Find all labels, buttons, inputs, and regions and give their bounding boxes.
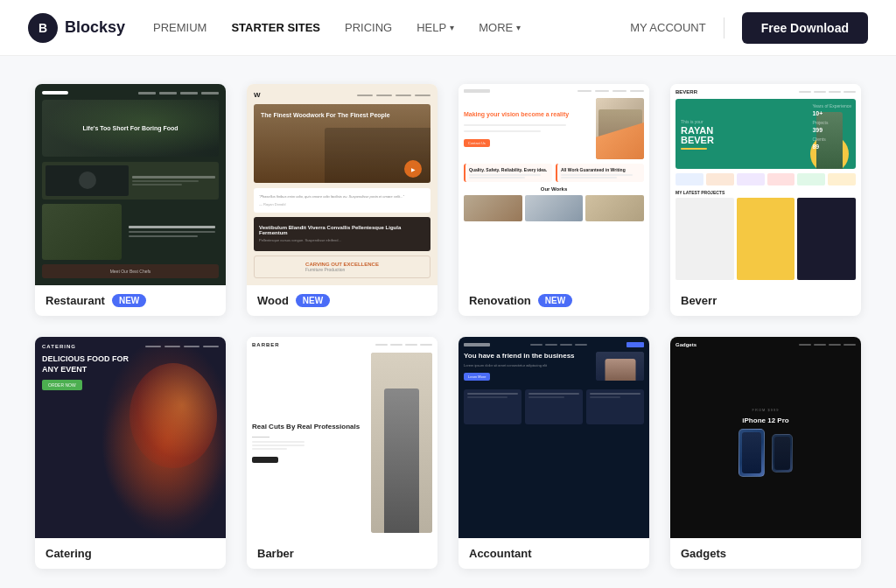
preview-beverr: BEVERR This is your RAYAN BEVER xyxy=(670,84,861,285)
nav-links: PREMIUM STARTER SITES PRICING HELP ▾ MOR… xyxy=(153,21,630,34)
site-card-thumb-accountant: You have a friend in the business Lorem … xyxy=(458,337,649,538)
site-card-wood[interactable]: W The Finest Woodwork For The Finest Peo… xyxy=(247,84,438,316)
badge-new-restaurant: NEW xyxy=(112,294,146,307)
nav-link-pricing[interactable]: PRICING xyxy=(345,21,392,34)
site-card-label-beverr: Beverr xyxy=(670,285,861,316)
site-card-gadgets[interactable]: Gadgets From $999 iPhone 12 Pro xyxy=(670,337,861,569)
preview-catering: CATERING DELICIOUS FOOD FOR ANY EVENT OR… xyxy=(35,337,226,538)
gadgets-title: iPhone 12 Pro xyxy=(742,416,788,424)
site-card-label-barber: Barber xyxy=(247,538,438,569)
site-card-restaurant[interactable]: Life's Too Short For Boring Food xyxy=(35,84,226,316)
catering-logo: CATERING xyxy=(42,344,76,349)
nav-link-help[interactable]: HELP ▾ xyxy=(416,21,454,34)
preview-wood: W The Finest Woodwork For The Finest Peo… xyxy=(247,84,438,285)
nav-link-starter-sites[interactable]: STARTER SITES xyxy=(231,21,320,34)
beverr-logo: BEVERR xyxy=(676,89,697,94)
site-card-accountant[interactable]: You have a friend in the business Lorem … xyxy=(458,337,649,569)
preview-restaurant: Life's Too Short For Boring Food xyxy=(35,84,226,285)
preview-renovation: Making your vision become a reality Cont… xyxy=(458,84,649,285)
wood-hero-title: The Finest Woodwork For The Finest Peopl… xyxy=(261,111,390,120)
wood-logo: W xyxy=(254,91,261,99)
wood-footer-sub: Furniture Production xyxy=(305,267,379,272)
logo-icon: B xyxy=(28,13,58,43)
nav-link-more[interactable]: MORE ▾ xyxy=(479,21,521,34)
site-card-catering[interactable]: CATERING DELICIOUS FOOD FOR ANY EVENT OR… xyxy=(35,337,226,569)
free-download-button[interactable]: Free Download xyxy=(742,12,868,44)
beverr-stat2: 399 xyxy=(812,127,851,133)
wood-quote: "Phasellus finibus enim odio, quis ornar… xyxy=(254,188,430,213)
barber-title: Real Cuts By Real Professionals xyxy=(252,423,366,431)
renovation-works-title: Our Works xyxy=(464,186,644,192)
catering-title: DELICIOUS FOOD FOR ANY EVENT xyxy=(42,354,130,374)
preview-accountant: You have a friend in the business Lorem … xyxy=(458,337,649,538)
my-account-link[interactable]: MY ACCOUNT xyxy=(630,21,705,34)
site-card-barber[interactable]: BARBER Real Cuts By Real Professionals xyxy=(247,337,438,569)
badge-new-wood: NEW xyxy=(296,294,330,307)
site-card-label-wood: Wood NEW xyxy=(247,285,438,316)
restaurant-hero-title: Life's Too Short For Boring Food xyxy=(75,124,185,132)
beverr-stat3: 89 xyxy=(812,144,851,150)
site-card-label-catering: Catering xyxy=(35,538,226,569)
site-card-label-restaurant: Restaurant NEW xyxy=(35,285,226,316)
site-card-beverr[interactable]: BEVERR This is your RAYAN BEVER xyxy=(670,84,861,316)
site-card-renovation[interactable]: Making your vision become a reality Cont… xyxy=(458,84,649,316)
accountant-title: You have a friend in the business xyxy=(464,352,592,360)
gadgets-small-text: From $999 xyxy=(752,408,780,412)
site-card-label-gadgets: Gadgets xyxy=(670,538,861,569)
nav-right: MY ACCOUNT Free Download xyxy=(630,12,868,44)
site-card-thumb-beverr: BEVERR This is your RAYAN BEVER xyxy=(670,84,861,285)
site-card-thumb-renovation: Making your vision become a reality Cont… xyxy=(458,84,649,285)
site-card-thumb-barber: BARBER Real Cuts By Real Professionals xyxy=(247,337,438,538)
beverr-stat1: 10+ xyxy=(812,110,851,116)
nav-logo[interactable]: B Blocksy xyxy=(28,13,125,43)
site-card-thumb-wood: W The Finest Woodwork For The Finest Peo… xyxy=(247,84,438,285)
preview-barber: BARBER Real Cuts By Real Professionals xyxy=(247,337,438,538)
main-content: Life's Too Short For Boring Food xyxy=(0,56,896,588)
brand-name: Blocksy xyxy=(65,18,125,37)
catering-cta: ORDER NOW xyxy=(42,380,82,390)
badge-new-renovation: NEW xyxy=(538,294,572,307)
gadgets-logo: Gadgets xyxy=(676,342,696,347)
main-nav: B Blocksy PREMIUM STARTER SITES PRICING … xyxy=(0,0,896,56)
sites-grid: Life's Too Short For Boring Food xyxy=(35,84,861,569)
nav-link-premium[interactable]: PREMIUM xyxy=(153,21,206,34)
restaurant-footer-label: Meet Our Best Chefs xyxy=(110,269,151,274)
chevron-down-icon: ▾ xyxy=(516,23,521,32)
site-card-thumb-restaurant: Life's Too Short For Boring Food xyxy=(35,84,226,285)
nav-divider xyxy=(724,18,724,38)
beverr-projects-label: MY LATEST PROJECTS xyxy=(676,190,856,195)
site-card-thumb-catering: CATERING DELICIOUS FOOD FOR ANY EVENT OR… xyxy=(35,337,226,538)
wood-section-title: Vestibulum Blandit Viverra Convallis Pel… xyxy=(259,225,425,235)
site-card-thumb-gadgets: Gadgets From $999 iPhone 12 Pro xyxy=(670,337,861,538)
site-card-label-renovation: Renovation NEW xyxy=(458,285,649,316)
renovation-hero-title: Making your vision become a reality xyxy=(464,110,592,118)
chevron-down-icon: ▾ xyxy=(450,23,454,32)
preview-gadgets: Gadgets From $999 iPhone 12 Pro xyxy=(670,337,861,538)
site-card-label-accountant: Accountant xyxy=(458,538,649,569)
barber-logo: BARBER xyxy=(252,342,280,347)
